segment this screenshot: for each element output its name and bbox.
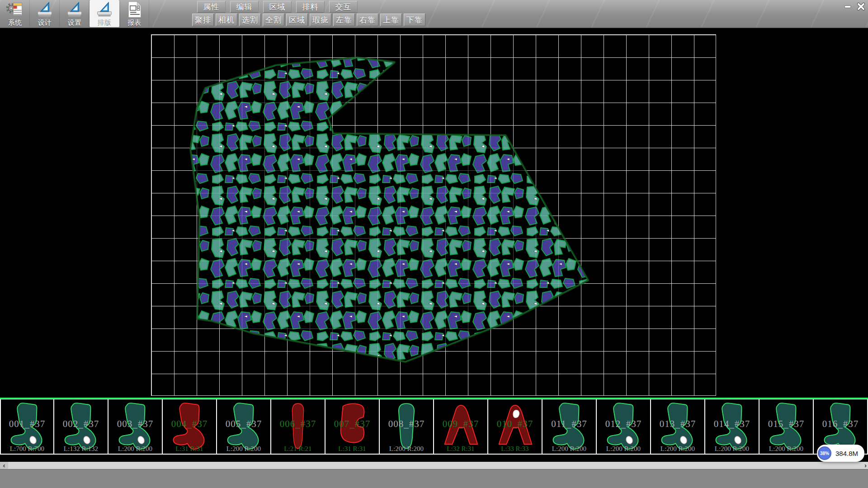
scroll-left-button[interactable]: ‹ [0, 462, 8, 469]
piece-thumbnail-12[interactable]: 012_#37L:200 R:200 [597, 399, 651, 455]
piece-thumbnail-13[interactable]: 013_#37L:200 R:200 [651, 399, 705, 455]
toolbar-button-label: 系统 [8, 19, 22, 26]
progress-percent-indicator: 38% [818, 446, 831, 460]
piece-thumbnail-4[interactable]: 004_#37L:31 R:31 [163, 399, 217, 455]
piece-shape [439, 401, 482, 452]
main-toolbar-buttons: 系统设计设置排版报表 [0, 0, 149, 27]
piece-thumbnail-10[interactable]: 010_#37L:33 R:33 [488, 399, 542, 455]
piece-thumbnail-9[interactable]: 009_#37L:32 R:31 [434, 399, 488, 455]
menu-item-1[interactable]: 属性 [197, 1, 226, 13]
set-square-icon [95, 0, 114, 19]
status-bar [0, 469, 868, 488]
tool-item-3[interactable]: 选割 [239, 14, 261, 26]
tool-item-1[interactable]: 聚排 [192, 14, 214, 26]
piece-shape [168, 401, 211, 452]
piece-shape [764, 401, 808, 452]
menu-item-2[interactable]: 编辑 [230, 1, 259, 13]
piece-thumbnail-5[interactable]: 005_#37L:200 R:200 [217, 399, 271, 455]
tool-item-5[interactable]: 区域 [286, 14, 308, 26]
toolbar-button-label: 设计 [38, 19, 52, 26]
piece-shape [385, 401, 428, 452]
piece-shape [276, 401, 320, 452]
memory-progress-badge: 38% 384.8M [817, 445, 864, 462]
menu-item-3[interactable]: 区域 [263, 1, 292, 13]
piece-thumbnail-6[interactable]: 006_#37L:21 R:21 [271, 399, 326, 455]
set-square-icon [35, 0, 54, 19]
toolbar-button-label: 设置 [68, 19, 81, 26]
menu-row-primary: 属性编辑区域排料交互 [197, 1, 358, 13]
horizontal-scrollbar[interactable]: ‹ › [0, 462, 868, 469]
close-button[interactable] [856, 1, 866, 12]
piece-shape [547, 401, 591, 452]
piece-thumbnail-3[interactable]: 003_#37L:200 R:200 [108, 399, 163, 455]
tool-item-10[interactable]: 下靠 [404, 14, 425, 26]
piece-shape [113, 401, 157, 452]
piece-shape [656, 401, 699, 452]
piece-shape [330, 401, 374, 452]
piece-shape [5, 401, 49, 452]
piece-thumbnail-2[interactable]: 002_#37L:132 R:132 [54, 399, 108, 455]
tool-item-2[interactable]: 相机 [216, 14, 237, 26]
menu-item-5[interactable]: 交互 [329, 1, 358, 13]
set-square-icon [65, 0, 84, 19]
piece-shape [222, 401, 265, 452]
tool-item-9[interactable]: 上靠 [380, 14, 402, 26]
piece-thumbnail-8[interactable]: 008_#37L:200 R:200 [380, 399, 434, 455]
pieces-strip: 001_#37L:700 R:700002_#37L:132 R:132003_… [0, 398, 868, 455]
minimize-button[interactable] [843, 1, 853, 12]
piece-thumbnail-11[interactable]: 011_#37L:200 R:200 [542, 399, 597, 455]
piece-thumbnail-7[interactable]: 007_#37L:31 R:31 [326, 399, 380, 455]
piece-shape [710, 401, 754, 452]
toolbar: 系统设计设置排版报表 属性编辑区域排料交互 聚排相机选割全割区域瑕疵左靠右靠上靠… [0, 0, 868, 28]
toolbar-button-1[interactable]: 系统 [0, 0, 30, 27]
tool-item-7[interactable]: 左靠 [333, 14, 355, 26]
toolbar-button-4[interactable]: 排版 [90, 0, 119, 27]
toolbar-button-2[interactable]: 设计 [30, 0, 60, 27]
tool-item-6[interactable]: 瑕疵 [310, 14, 331, 26]
toolbar-button-label: 报表 [127, 19, 141, 26]
nesting-canvas[interactable] [0, 28, 868, 399]
toolbar-button-label: 排版 [98, 19, 111, 26]
hide-layout-drawing [0, 28, 868, 399]
window-controls [843, 1, 866, 12]
piece-shape [59, 401, 103, 452]
system-icon [5, 0, 24, 19]
piece-shape [602, 401, 645, 452]
toolbar-button-5[interactable]: 报表 [119, 0, 149, 27]
memory-usage-value: 384.8M [831, 450, 863, 457]
scroll-right-button[interactable]: › [864, 462, 867, 469]
toolbar-button-3[interactable]: 设置 [60, 0, 90, 27]
piece-thumbnail-1[interactable]: 001_#37L:700 R:700 [0, 399, 54, 455]
menu-row-secondary: 聚排相机选割全割区域瑕疵左靠右靠上靠下靠 [192, 14, 425, 26]
tool-item-4[interactable]: 全割 [263, 14, 284, 26]
report-icon [125, 0, 144, 19]
tool-item-8[interactable]: 右靠 [357, 14, 378, 26]
application-window: 系统设计设置排版报表 属性编辑区域排料交互 聚排相机选割全割区域瑕疵左靠右靠上靠… [0, 0, 868, 488]
menu-item-4[interactable]: 排料 [296, 1, 325, 13]
piece-shape [493, 401, 537, 452]
piece-thumbnail-15[interactable]: 015_#37L:200 R:200 [760, 399, 814, 455]
piece-thumbnail-14[interactable]: 014_#37L:200 R:200 [705, 399, 760, 455]
